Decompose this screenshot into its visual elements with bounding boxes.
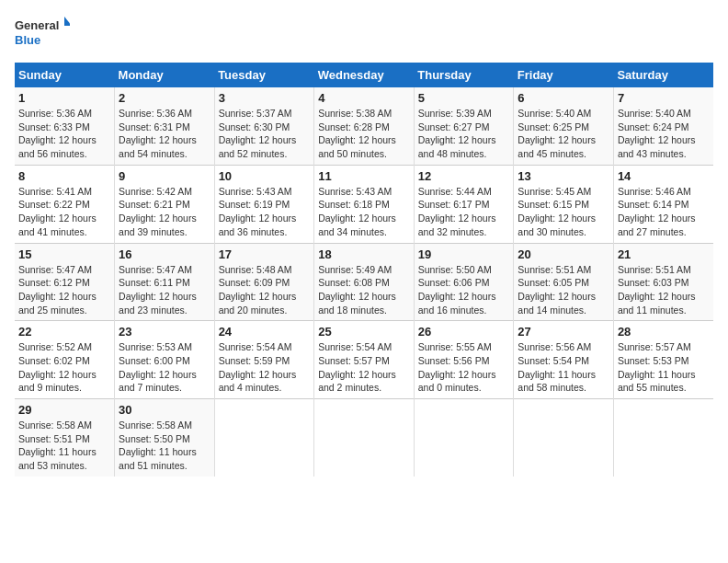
- day-info: Sunrise: 5:56 AM Sunset: 5:54 PM Dayligh…: [518, 340, 609, 395]
- day-number: 13: [518, 169, 609, 183]
- calendar-cell: 16Sunrise: 5:47 AM Sunset: 6:11 PM Dayli…: [115, 243, 215, 321]
- day-info: Sunrise: 5:46 AM Sunset: 6:14 PM Dayligh…: [618, 185, 710, 239]
- day-info: Sunrise: 5:47 AM Sunset: 6:11 PM Dayligh…: [119, 263, 210, 317]
- day-info: Sunrise: 5:44 AM Sunset: 6:17 PM Dayligh…: [418, 185, 510, 239]
- day-number: 4: [318, 91, 410, 105]
- day-number: 3: [219, 91, 311, 105]
- calendar-cell: 18Sunrise: 5:49 AM Sunset: 6:08 PM Dayli…: [314, 243, 415, 321]
- calendar-week-row: 15Sunrise: 5:47 AM Sunset: 6:12 PM Dayli…: [15, 243, 713, 321]
- day-number: 16: [119, 247, 210, 261]
- col-header-thursday: Thursday: [414, 63, 514, 87]
- calendar-week-row: 29Sunrise: 5:58 AM Sunset: 5:51 PM Dayli…: [15, 399, 713, 477]
- logo-svg: General Blue: [15, 15, 70, 52]
- day-number: 7: [618, 91, 710, 105]
- day-number: 21: [618, 247, 710, 261]
- day-number: 26: [418, 325, 510, 339]
- svg-marker-2: [64, 17, 70, 26]
- calendar-cell: 24Sunrise: 5:54 AM Sunset: 5:59 PM Dayli…: [214, 321, 314, 399]
- day-info: Sunrise: 5:49 AM Sunset: 6:08 PM Dayligh…: [318, 263, 410, 317]
- calendar-cell: [514, 399, 614, 477]
- day-number: 17: [219, 247, 311, 261]
- calendar-cell: [214, 399, 314, 477]
- calendar-cell: 21Sunrise: 5:51 AM Sunset: 6:03 PM Dayli…: [613, 243, 713, 321]
- calendar-cell: 22Sunrise: 5:52 AM Sunset: 6:02 PM Dayli…: [15, 321, 115, 399]
- day-info: Sunrise: 5:54 AM Sunset: 5:57 PM Dayligh…: [318, 340, 410, 395]
- day-info: Sunrise: 5:43 AM Sunset: 6:18 PM Dayligh…: [318, 185, 410, 239]
- logo: General Blue: [15, 15, 70, 52]
- calendar-cell: 2Sunrise: 5:36 AM Sunset: 6:31 PM Daylig…: [115, 87, 215, 165]
- day-info: Sunrise: 5:57 AM Sunset: 5:53 PM Dayligh…: [618, 340, 710, 395]
- calendar-cell: 4Sunrise: 5:38 AM Sunset: 6:28 PM Daylig…: [314, 87, 415, 165]
- day-info: Sunrise: 5:52 AM Sunset: 6:02 PM Dayligh…: [18, 340, 110, 395]
- calendar-cell: 19Sunrise: 5:50 AM Sunset: 6:06 PM Dayli…: [414, 243, 514, 321]
- day-number: 19: [418, 247, 510, 261]
- day-number: 2: [119, 91, 210, 105]
- day-number: 12: [418, 169, 510, 183]
- col-header-wednesday: Wednesday: [314, 63, 415, 87]
- day-number: 25: [318, 325, 410, 339]
- day-number: 11: [318, 169, 410, 183]
- calendar-cell: 12Sunrise: 5:44 AM Sunset: 6:17 PM Dayli…: [414, 165, 514, 243]
- calendar-cell: 3Sunrise: 5:37 AM Sunset: 6:30 PM Daylig…: [214, 87, 314, 165]
- day-info: Sunrise: 5:48 AM Sunset: 6:09 PM Dayligh…: [219, 263, 311, 317]
- col-header-sunday: Sunday: [15, 63, 115, 87]
- calendar-cell: 26Sunrise: 5:55 AM Sunset: 5:56 PM Dayli…: [414, 321, 514, 399]
- calendar-cell: 8Sunrise: 5:41 AM Sunset: 6:22 PM Daylig…: [15, 165, 115, 243]
- col-header-friday: Friday: [514, 63, 614, 87]
- day-info: Sunrise: 5:58 AM Sunset: 5:50 PM Dayligh…: [119, 419, 210, 473]
- day-info: Sunrise: 5:40 AM Sunset: 6:25 PM Dayligh…: [518, 107, 609, 161]
- day-number: 8: [18, 169, 110, 183]
- day-number: 29: [18, 403, 110, 417]
- day-info: Sunrise: 5:37 AM Sunset: 6:30 PM Dayligh…: [219, 107, 311, 161]
- calendar-cell: 27Sunrise: 5:56 AM Sunset: 5:54 PM Dayli…: [514, 321, 614, 399]
- day-info: Sunrise: 5:51 AM Sunset: 6:05 PM Dayligh…: [518, 263, 609, 317]
- calendar-week-row: 1Sunrise: 5:36 AM Sunset: 6:33 PM Daylig…: [15, 87, 713, 165]
- day-number: 27: [518, 325, 609, 339]
- day-number: 20: [518, 247, 609, 261]
- calendar-cell: 10Sunrise: 5:43 AM Sunset: 6:19 PM Dayli…: [214, 165, 314, 243]
- col-header-monday: Monday: [115, 63, 215, 87]
- day-number: 9: [119, 169, 210, 183]
- day-info: Sunrise: 5:51 AM Sunset: 6:03 PM Dayligh…: [618, 263, 710, 317]
- day-info: Sunrise: 5:45 AM Sunset: 6:15 PM Dayligh…: [518, 185, 609, 239]
- svg-text:General: General: [15, 18, 59, 32]
- calendar-cell: 6Sunrise: 5:40 AM Sunset: 6:25 PM Daylig…: [514, 87, 614, 165]
- day-number: 30: [119, 403, 210, 417]
- calendar-cell: 1Sunrise: 5:36 AM Sunset: 6:33 PM Daylig…: [15, 87, 115, 165]
- col-header-tuesday: Tuesday: [214, 63, 314, 87]
- day-info: Sunrise: 5:47 AM Sunset: 6:12 PM Dayligh…: [18, 263, 110, 317]
- calendar-cell: 30Sunrise: 5:58 AM Sunset: 5:50 PM Dayli…: [115, 399, 215, 477]
- calendar-cell: 14Sunrise: 5:46 AM Sunset: 6:14 PM Dayli…: [613, 165, 713, 243]
- day-info: Sunrise: 5:54 AM Sunset: 5:59 PM Dayligh…: [219, 340, 311, 395]
- col-header-saturday: Saturday: [613, 63, 713, 87]
- day-info: Sunrise: 5:53 AM Sunset: 6:00 PM Dayligh…: [119, 340, 210, 395]
- day-number: 6: [518, 91, 609, 105]
- day-number: 15: [18, 247, 110, 261]
- day-number: 23: [119, 325, 210, 339]
- calendar-cell: 23Sunrise: 5:53 AM Sunset: 6:00 PM Dayli…: [115, 321, 215, 399]
- calendar-week-row: 8Sunrise: 5:41 AM Sunset: 6:22 PM Daylig…: [15, 165, 713, 243]
- day-info: Sunrise: 5:41 AM Sunset: 6:22 PM Dayligh…: [18, 185, 110, 239]
- day-number: 1: [18, 91, 110, 105]
- day-number: 14: [618, 169, 710, 183]
- calendar-cell: 20Sunrise: 5:51 AM Sunset: 6:05 PM Dayli…: [514, 243, 614, 321]
- calendar-table: SundayMondayTuesdayWednesdayThursdayFrid…: [15, 63, 713, 477]
- calendar-cell: 29Sunrise: 5:58 AM Sunset: 5:51 PM Dayli…: [15, 399, 115, 477]
- calendar-cell: 11Sunrise: 5:43 AM Sunset: 6:18 PM Dayli…: [314, 165, 415, 243]
- day-info: Sunrise: 5:39 AM Sunset: 6:27 PM Dayligh…: [418, 107, 510, 161]
- day-number: 10: [219, 169, 311, 183]
- day-info: Sunrise: 5:43 AM Sunset: 6:19 PM Dayligh…: [219, 185, 311, 239]
- day-info: Sunrise: 5:58 AM Sunset: 5:51 PM Dayligh…: [18, 419, 110, 473]
- day-info: Sunrise: 5:36 AM Sunset: 6:31 PM Dayligh…: [119, 107, 210, 161]
- day-info: Sunrise: 5:38 AM Sunset: 6:28 PM Dayligh…: [318, 107, 410, 161]
- day-info: Sunrise: 5:55 AM Sunset: 5:56 PM Dayligh…: [418, 340, 510, 395]
- day-number: 22: [18, 325, 110, 339]
- calendar-cell: 28Sunrise: 5:57 AM Sunset: 5:53 PM Dayli…: [613, 321, 713, 399]
- calendar-cell: 9Sunrise: 5:42 AM Sunset: 6:21 PM Daylig…: [115, 165, 215, 243]
- calendar-cell: 13Sunrise: 5:45 AM Sunset: 6:15 PM Dayli…: [514, 165, 614, 243]
- day-info: Sunrise: 5:40 AM Sunset: 6:24 PM Dayligh…: [618, 107, 710, 161]
- calendar-cell: [613, 399, 713, 477]
- calendar-cell: [414, 399, 514, 477]
- page-header: General Blue: [15, 15, 713, 52]
- svg-text:Blue: Blue: [15, 33, 40, 47]
